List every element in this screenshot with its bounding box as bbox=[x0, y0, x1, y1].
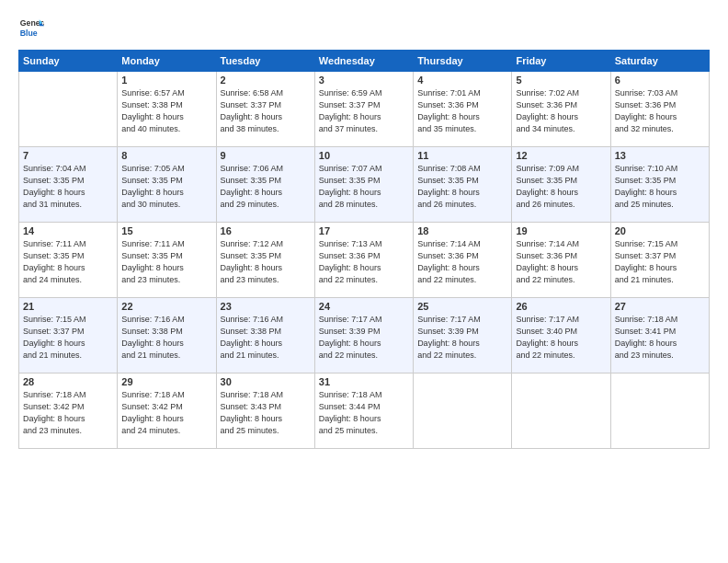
calendar-cell: 12Sunrise: 7:09 AM Sunset: 3:35 PM Dayli… bbox=[512, 147, 610, 223]
day-number: 25 bbox=[417, 301, 507, 312]
day-info: Sunrise: 7:18 AM Sunset: 3:41 PM Dayligh… bbox=[615, 314, 705, 362]
day-info: Sunrise: 7:16 AM Sunset: 3:38 PM Dayligh… bbox=[121, 314, 211, 362]
day-number: 15 bbox=[121, 225, 211, 236]
calendar-cell: 25Sunrise: 7:17 AM Sunset: 3:39 PM Dayli… bbox=[414, 298, 512, 373]
calendar-cell: 14Sunrise: 7:11 AM Sunset: 3:35 PM Dayli… bbox=[19, 223, 118, 298]
weekday-header-thursday: Thursday bbox=[414, 51, 512, 72]
calendar-cell bbox=[512, 373, 610, 449]
day-info: Sunrise: 6:59 AM Sunset: 3:37 PM Dayligh… bbox=[319, 87, 409, 135]
day-info: Sunrise: 7:14 AM Sunset: 3:36 PM Dayligh… bbox=[516, 238, 606, 286]
calendar-cell: 28Sunrise: 7:18 AM Sunset: 3:42 PM Dayli… bbox=[19, 373, 118, 449]
day-number: 8 bbox=[121, 150, 211, 161]
day-number: 21 bbox=[23, 301, 113, 312]
calendar-cell: 5Sunrise: 7:02 AM Sunset: 3:36 PM Daylig… bbox=[512, 72, 610, 147]
day-info: Sunrise: 7:18 AM Sunset: 3:42 PM Dayligh… bbox=[23, 389, 113, 437]
day-info: Sunrise: 7:17 AM Sunset: 3:39 PM Dayligh… bbox=[417, 314, 507, 362]
day-number: 18 bbox=[417, 225, 507, 236]
day-info: Sunrise: 7:10 AM Sunset: 3:35 PM Dayligh… bbox=[615, 163, 705, 211]
calendar-cell: 21Sunrise: 7:15 AM Sunset: 3:37 PM Dayli… bbox=[19, 298, 118, 373]
calendar-cell: 4Sunrise: 7:01 AM Sunset: 3:36 PM Daylig… bbox=[414, 72, 512, 147]
calendar-cell: 9Sunrise: 7:06 AM Sunset: 3:35 PM Daylig… bbox=[216, 147, 314, 223]
logo-icon: General Blue bbox=[18, 15, 44, 40]
day-info: Sunrise: 7:18 AM Sunset: 3:43 PM Dayligh… bbox=[221, 389, 311, 437]
day-number: 7 bbox=[23, 150, 113, 161]
calendar-cell: 29Sunrise: 7:18 AM Sunset: 3:42 PM Dayli… bbox=[118, 373, 216, 449]
calendar-cell: 6Sunrise: 7:03 AM Sunset: 3:36 PM Daylig… bbox=[610, 72, 709, 147]
day-number: 1 bbox=[121, 75, 211, 86]
calendar-cell: 30Sunrise: 7:18 AM Sunset: 3:43 PM Dayli… bbox=[216, 373, 314, 449]
day-info: Sunrise: 7:13 AM Sunset: 3:36 PM Dayligh… bbox=[319, 238, 409, 286]
day-number: 26 bbox=[516, 301, 606, 312]
calendar-cell bbox=[610, 373, 709, 449]
day-number: 20 bbox=[615, 225, 705, 236]
header: General Blue bbox=[18, 15, 710, 40]
page-container: General Blue SundayMondayTuesdayWednesda… bbox=[0, 0, 728, 563]
day-number: 17 bbox=[319, 225, 409, 236]
calendar: SundayMondayTuesdayWednesdayThursdayFrid… bbox=[18, 50, 710, 449]
day-number: 23 bbox=[221, 301, 311, 312]
day-number: 27 bbox=[615, 301, 705, 312]
weekday-header-sunday: Sunday bbox=[19, 51, 118, 72]
day-number: 14 bbox=[23, 225, 113, 236]
day-number: 12 bbox=[516, 150, 606, 161]
weekday-header-tuesday: Tuesday bbox=[216, 51, 314, 72]
day-info: Sunrise: 7:11 AM Sunset: 3:35 PM Dayligh… bbox=[121, 238, 211, 286]
day-number: 28 bbox=[23, 376, 113, 387]
day-number: 10 bbox=[319, 150, 409, 161]
day-info: Sunrise: 7:07 AM Sunset: 3:35 PM Dayligh… bbox=[319, 163, 409, 211]
day-info: Sunrise: 7:08 AM Sunset: 3:35 PM Dayligh… bbox=[417, 163, 507, 211]
day-info: Sunrise: 7:06 AM Sunset: 3:35 PM Dayligh… bbox=[221, 163, 311, 211]
calendar-cell: 20Sunrise: 7:15 AM Sunset: 3:37 PM Dayli… bbox=[610, 223, 709, 298]
day-info: Sunrise: 7:09 AM Sunset: 3:35 PM Dayligh… bbox=[516, 163, 606, 211]
calendar-cell: 7Sunrise: 7:04 AM Sunset: 3:35 PM Daylig… bbox=[19, 147, 118, 223]
day-number: 30 bbox=[221, 376, 311, 387]
calendar-cell: 26Sunrise: 7:17 AM Sunset: 3:40 PM Dayli… bbox=[512, 298, 610, 373]
day-info: Sunrise: 7:04 AM Sunset: 3:35 PM Dayligh… bbox=[23, 163, 113, 211]
week-row-3: 14Sunrise: 7:11 AM Sunset: 3:35 PM Dayli… bbox=[19, 223, 710, 298]
day-number: 6 bbox=[615, 75, 705, 86]
day-info: Sunrise: 6:57 AM Sunset: 3:38 PM Dayligh… bbox=[121, 87, 211, 135]
day-info: Sunrise: 7:01 AM Sunset: 3:36 PM Dayligh… bbox=[417, 87, 507, 135]
day-number: 3 bbox=[319, 75, 409, 86]
calendar-cell: 3Sunrise: 6:59 AM Sunset: 3:37 PM Daylig… bbox=[314, 72, 413, 147]
calendar-cell: 27Sunrise: 7:18 AM Sunset: 3:41 PM Dayli… bbox=[610, 298, 709, 373]
day-number: 13 bbox=[615, 150, 705, 161]
day-info: Sunrise: 7:15 AM Sunset: 3:37 PM Dayligh… bbox=[23, 314, 113, 362]
day-number: 9 bbox=[221, 150, 311, 161]
calendar-cell: 22Sunrise: 7:16 AM Sunset: 3:38 PM Dayli… bbox=[118, 298, 216, 373]
calendar-cell: 15Sunrise: 7:11 AM Sunset: 3:35 PM Dayli… bbox=[118, 223, 216, 298]
day-info: Sunrise: 6:58 AM Sunset: 3:37 PM Dayligh… bbox=[221, 87, 311, 135]
day-number: 5 bbox=[516, 75, 606, 86]
calendar-cell: 19Sunrise: 7:14 AM Sunset: 3:36 PM Dayli… bbox=[512, 223, 610, 298]
weekday-header-friday: Friday bbox=[512, 51, 610, 72]
weekday-header-saturday: Saturday bbox=[610, 51, 709, 72]
day-info: Sunrise: 7:05 AM Sunset: 3:35 PM Dayligh… bbox=[121, 163, 211, 211]
calendar-cell: 31Sunrise: 7:18 AM Sunset: 3:44 PM Dayli… bbox=[314, 373, 413, 449]
day-number: 29 bbox=[121, 376, 211, 387]
calendar-cell bbox=[414, 373, 512, 449]
day-info: Sunrise: 7:17 AM Sunset: 3:39 PM Dayligh… bbox=[319, 314, 409, 362]
week-row-1: 1Sunrise: 6:57 AM Sunset: 3:38 PM Daylig… bbox=[19, 72, 710, 147]
day-info: Sunrise: 7:15 AM Sunset: 3:37 PM Dayligh… bbox=[615, 238, 705, 286]
day-number: 11 bbox=[417, 150, 507, 161]
day-info: Sunrise: 7:11 AM Sunset: 3:35 PM Dayligh… bbox=[23, 238, 113, 286]
calendar-cell: 10Sunrise: 7:07 AM Sunset: 3:35 PM Dayli… bbox=[314, 147, 413, 223]
calendar-cell: 8Sunrise: 7:05 AM Sunset: 3:35 PM Daylig… bbox=[118, 147, 216, 223]
calendar-cell: 1Sunrise: 6:57 AM Sunset: 3:38 PM Daylig… bbox=[118, 72, 216, 147]
day-number: 16 bbox=[221, 225, 311, 236]
day-number: 22 bbox=[121, 301, 211, 312]
day-info: Sunrise: 7:17 AM Sunset: 3:40 PM Dayligh… bbox=[516, 314, 606, 362]
day-info: Sunrise: 7:18 AM Sunset: 3:44 PM Dayligh… bbox=[319, 389, 409, 437]
weekday-header-row: SundayMondayTuesdayWednesdayThursdayFrid… bbox=[19, 51, 710, 72]
day-number: 24 bbox=[319, 301, 409, 312]
calendar-cell: 24Sunrise: 7:17 AM Sunset: 3:39 PM Dayli… bbox=[314, 298, 413, 373]
day-info: Sunrise: 7:03 AM Sunset: 3:36 PM Dayligh… bbox=[615, 87, 705, 135]
day-info: Sunrise: 7:16 AM Sunset: 3:38 PM Dayligh… bbox=[221, 314, 311, 362]
day-info: Sunrise: 7:18 AM Sunset: 3:42 PM Dayligh… bbox=[121, 389, 211, 437]
week-row-5: 28Sunrise: 7:18 AM Sunset: 3:42 PM Dayli… bbox=[19, 373, 710, 449]
calendar-cell bbox=[19, 72, 118, 147]
calendar-cell: 18Sunrise: 7:14 AM Sunset: 3:36 PM Dayli… bbox=[414, 223, 512, 298]
day-number: 31 bbox=[319, 376, 409, 387]
day-number: 4 bbox=[417, 75, 507, 86]
day-info: Sunrise: 7:02 AM Sunset: 3:36 PM Dayligh… bbox=[516, 87, 606, 135]
